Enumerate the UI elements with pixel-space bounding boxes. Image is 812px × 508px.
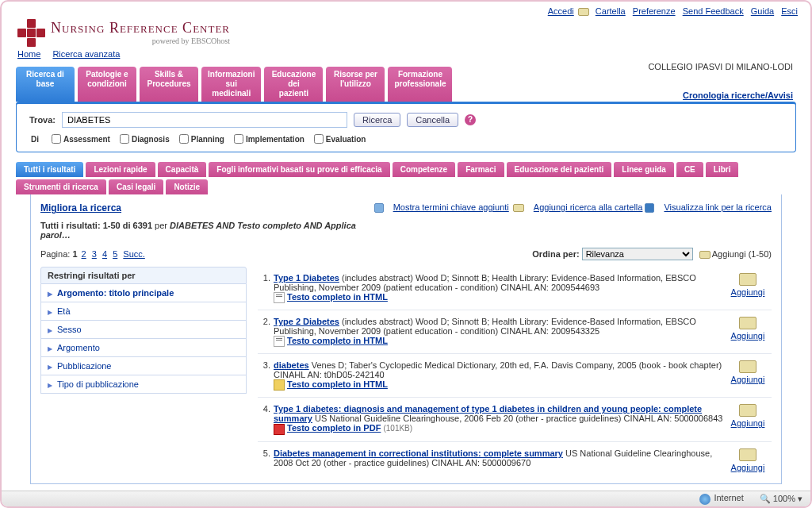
main-tab[interactable]: Formazioneprofessionale	[388, 67, 452, 102]
institution-label: COLLEGIO IPASVI DI MILANO-LODI	[648, 62, 793, 71]
logout-link[interactable]: Esci	[781, 6, 798, 16]
globe-icon	[699, 494, 710, 505]
facet-item[interactable]: Età	[40, 302, 247, 321]
fulltext-link[interactable]: Testo completo in PDF	[287, 423, 381, 433]
main-tab[interactable]: Risorse perl'utilizzo	[326, 67, 385, 102]
facet-item[interactable]: Tipo di pubblicazione	[40, 375, 247, 394]
help-link[interactable]: Guida	[751, 6, 774, 16]
facet-item[interactable]: Argomento: titolo principale	[40, 284, 247, 302]
result-type-tab[interactable]: CE	[676, 162, 703, 177]
top-utility-links: Accedi Cartella Preferenze Send Feedback…	[2, 2, 810, 16]
permalink-link[interactable]: Visualizza link per la ricerca	[664, 202, 772, 212]
main-tab[interactable]: Skills &Procedures	[140, 67, 198, 102]
fulltext-link[interactable]: Testo completo in HTML	[287, 292, 388, 302]
result-type-tab[interactable]: Libri	[706, 162, 739, 177]
browser-status-bar: Internet 🔍 100% ▾	[2, 491, 810, 506]
doc-icon	[274, 292, 285, 303]
results-summary: Tutti i risultati: 1-50 di 6391 per DIAB…	[40, 221, 772, 240]
result-type-tab[interactable]: Capacità	[158, 162, 207, 177]
show-terms-link[interactable]: Mostra termini chiave aggiunti	[393, 202, 509, 212]
add-range-link[interactable]: Aggiungi (1-50)	[712, 249, 772, 259]
fulltext-link[interactable]: Testo completo in HTML	[287, 336, 388, 345]
add-to-folder[interactable]: Aggiungi	[724, 448, 772, 472]
limiter-checkbox[interactable]: Planning	[179, 134, 224, 144]
logo-subtitle: powered by EBSCOhost	[51, 37, 230, 45]
result-title-link[interactable]: Type 2 Diabetes	[274, 317, 339, 326]
primary-nav: Home Ricerca avanzata	[2, 48, 810, 62]
feedback-link[interactable]: Send Feedback	[683, 6, 744, 16]
add-to-folder[interactable]: Aggiungi	[724, 360, 772, 391]
result-type-tab[interactable]: Competenze	[393, 162, 455, 177]
doc-icon	[274, 424, 285, 435]
result-type-tab[interactable]: Farmaci	[458, 162, 504, 177]
result-number: 4.	[258, 404, 274, 434]
limiter-checkbox[interactable]: Diagnosis	[120, 134, 170, 144]
next-page-link[interactable]: Succ.	[123, 249, 145, 259]
page-link[interactable]: 2	[82, 249, 86, 259]
result-number: 3.	[258, 360, 274, 391]
main-tab[interactable]: Educazionedeipazienti	[264, 67, 323, 102]
main-tab[interactable]: Informazionisuimedicinali	[201, 67, 261, 102]
result-title-link[interactable]: diabetes	[274, 360, 309, 370]
result-title-link[interactable]: Type 1 Diabetes	[274, 273, 339, 283]
magnifier-icon	[374, 203, 384, 213]
advanced-search-link[interactable]: Ricerca avanzata	[52, 49, 120, 59]
folder-icon	[739, 360, 756, 373]
refine-search-link[interactable]: Migliora la ricerca	[40, 202, 121, 214]
facets-sidebar: Restringi risultati per Argomento: titol…	[40, 267, 247, 478]
home-link[interactable]: Home	[17, 49, 40, 59]
page-link[interactable]: 4	[102, 249, 107, 259]
result-title-link[interactable]: Diabetes management in correctional inst…	[274, 448, 563, 458]
search-label: Trova:	[29, 115, 56, 125]
doc-icon	[274, 336, 285, 347]
search-history-link[interactable]: Cronologia ricerche/Avvisi	[683, 90, 793, 100]
result-type-tab[interactable]: Educazione dei pazienti	[507, 162, 612, 177]
add-search-folder-link[interactable]: Aggiungi ricerca alla cartella	[534, 202, 643, 212]
facet-item[interactable]: Argomento	[40, 339, 247, 357]
search-button[interactable]: Ricerca	[354, 113, 400, 127]
folder-icon	[699, 251, 710, 259]
result-type-tab[interactable]: Casi legali	[109, 179, 163, 194]
facet-item[interactable]: Sesso	[40, 321, 247, 339]
result-action-links: Mostra termini chiave aggiunti Aggiungi …	[374, 202, 772, 213]
result-type-tab[interactable]: Linee guida	[614, 162, 674, 177]
result-item: 3.diabetes Venes D; Taber's Cyclopedic M…	[258, 353, 772, 397]
result-type-tab[interactable]: Tutti i risultati	[16, 162, 83, 177]
folder-icon	[739, 317, 756, 329]
main-tab[interactable]: Ricerca dibase	[16, 67, 75, 102]
page-link[interactable]: 5	[113, 249, 117, 259]
zoom-level[interactable]: 🔍 100% ▾	[760, 494, 802, 504]
add-to-folder[interactable]: Aggiungi	[724, 317, 772, 347]
add-to-folder[interactable]: Aggiungi	[724, 404, 772, 434]
results-list: 1.Type 1 Diabetes (includes abstract) Wo…	[258, 267, 772, 478]
facets-header: Restringi risultati per	[40, 267, 247, 284]
security-zone: Internet	[714, 493, 743, 502]
result-type-tab[interactable]: Lezioni rapide	[86, 162, 155, 177]
permalink-icon	[645, 203, 654, 213]
facet-item[interactable]: Pubblicazione	[40, 357, 247, 375]
search-panel: Trova: Ricerca Cancella ? Di Assessment …	[16, 102, 796, 152]
help-icon[interactable]: ?	[465, 114, 476, 125]
limiter-checkbox[interactable]: Assessment	[52, 134, 110, 144]
result-type-tab[interactable]: Notizie	[166, 179, 208, 194]
page-link[interactable]: 3	[92, 249, 97, 259]
logo-title: Nursing Reference Center	[51, 20, 230, 37]
result-meta: Venes D; Taber's Cyclopedic Medical Dict…	[274, 360, 722, 379]
limiter-checkbox[interactable]: Implementation	[234, 134, 304, 144]
fulltext-link[interactable]: Testo completo in HTML	[287, 379, 388, 389]
result-type-tab[interactable]: Fogli informativi basati su prove di eff…	[209, 162, 389, 177]
limiter-checkbox[interactable]: Evaluation	[314, 134, 366, 144]
result-type-tab[interactable]: Strumenti di ricerca	[16, 179, 106, 194]
folder-icon	[739, 273, 756, 286]
pagination: Pagina: 1 2 3 4 5 Succ.	[40, 249, 147, 259]
folder-link[interactable]: Cartella	[596, 6, 626, 16]
sort-select[interactable]: Rilevanza	[582, 248, 693, 260]
file-size: (101KB)	[383, 424, 412, 433]
add-to-folder[interactable]: Aggiungi	[724, 273, 772, 303]
site-logo: Nursing Reference Center powered by EBSC…	[17, 19, 798, 46]
login-link[interactable]: Accedi	[548, 6, 574, 16]
main-tab[interactable]: Patologie econdizioni	[78, 67, 136, 102]
search-input[interactable]	[62, 112, 347, 128]
preferences-link[interactable]: Preferenze	[633, 6, 676, 16]
clear-button[interactable]: Cancella	[407, 113, 458, 127]
